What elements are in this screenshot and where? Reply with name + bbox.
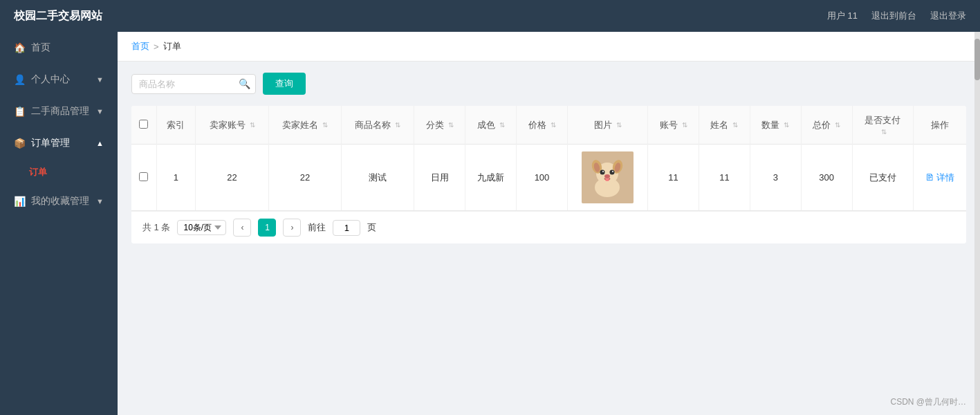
goto-label: 前往 xyxy=(308,221,326,234)
seller-name-sort-icon[interactable]: ⇅ xyxy=(322,121,328,129)
th-image-label: 图片 xyxy=(594,119,612,131)
query-button[interactable]: 查询 xyxy=(263,73,306,95)
right-scrollbar[interactable] xyxy=(974,32,980,415)
th-account-label: 账号 xyxy=(660,119,678,131)
top-nav-actions: 用户 11 退出到前台 退出登录 xyxy=(827,10,966,22)
th-image: 图片 ⇅ xyxy=(567,106,647,145)
account-sort-icon[interactable]: ⇅ xyxy=(682,121,687,129)
user-label: 用户 11 xyxy=(827,10,858,22)
prev-page-button[interactable]: ‹ xyxy=(233,219,251,237)
th-product-name-label: 商品名称 xyxy=(355,119,391,131)
th-action-label: 操作 xyxy=(931,120,949,130)
th-condition: 成色 ⇅ xyxy=(465,106,517,145)
top-navbar: 校园二手交易网站 用户 11 退出到前台 退出登录 xyxy=(0,0,980,32)
table-header-row: 索引 卖家账号 ⇅ 卖家姓名 ⇅ xyxy=(131,106,966,145)
sidebar-subitem-order-list[interactable]: 订单 xyxy=(0,159,118,185)
page-content: 🔍 查询 索引 xyxy=(118,62,980,255)
search-input-wrapper: 🔍 xyxy=(131,74,256,94)
sidebar-orders-label: 订单管理 xyxy=(31,137,70,149)
sidebar-item-goods[interactable]: 📋 二手商品管理 ▼ xyxy=(0,95,118,127)
breadcrumb-current: 订单 xyxy=(163,40,181,53)
search-input[interactable] xyxy=(131,74,256,94)
svg-point-11 xyxy=(604,174,610,178)
row-seller-account: 22 xyxy=(196,145,268,211)
sidebar-favorites-label: 我的收藏管理 xyxy=(31,195,89,208)
goods-icon: 📋 xyxy=(14,106,26,117)
th-quantity-label: 数量 xyxy=(761,119,779,131)
is-paid-sort-icon[interactable]: ⇅ xyxy=(881,128,887,136)
orders-icon: 📦 xyxy=(14,138,26,149)
sidebar-home-label: 首页 xyxy=(31,42,50,54)
row-image-cell xyxy=(567,145,647,211)
search-bar: 🔍 查询 xyxy=(131,73,966,95)
price-sort-icon[interactable]: ⇅ xyxy=(551,121,556,129)
pagination-bar: 共 1 条 10条/页 20条/页 50条/页 ‹ 1 › 前往 页 xyxy=(131,211,966,243)
row-account: 11 xyxy=(648,145,699,211)
svg-point-7 xyxy=(600,170,605,175)
profile-icon: 👤 xyxy=(14,74,26,85)
svg-point-10 xyxy=(612,171,613,172)
total-sort-icon[interactable]: ⇅ xyxy=(835,121,840,129)
th-checkbox xyxy=(131,106,156,145)
svg-point-8 xyxy=(610,170,615,175)
seller-account-sort-icon[interactable]: ⇅ xyxy=(250,121,255,129)
search-icon[interactable]: 🔍 xyxy=(239,78,250,89)
th-category-label: 分类 xyxy=(426,119,444,131)
th-seller-name-label: 卖家姓名 xyxy=(282,119,318,131)
orders-chevron-icon: ▲ xyxy=(96,139,104,147)
order-list-label: 订单 xyxy=(29,167,47,177)
product-image xyxy=(582,151,634,203)
goods-chevron-icon: ▼ xyxy=(96,107,104,116)
row-action-cell: 🖹 详情 xyxy=(913,145,966,211)
next-page-button[interactable]: › xyxy=(283,219,301,237)
th-index-label: 索引 xyxy=(167,120,185,130)
favorites-chevron-icon: ▼ xyxy=(96,197,104,205)
product-name-sort-icon[interactable]: ⇅ xyxy=(395,121,400,129)
home-icon: 🏠 xyxy=(14,42,26,53)
row-category: 日用 xyxy=(414,145,465,211)
scrollbar-thumb[interactable] xyxy=(974,39,980,80)
sidebar-item-orders[interactable]: 📦 订单管理 ▲ xyxy=(0,127,118,159)
select-all-checkbox[interactable] xyxy=(139,120,148,129)
th-is-paid: 是否支付 ⇅ xyxy=(852,106,913,145)
th-name-label: 姓名 xyxy=(710,119,728,131)
back-to-frontend-btn[interactable]: 退出到前台 xyxy=(871,10,916,22)
row-seller-name: 22 xyxy=(268,145,341,211)
dog-illustration xyxy=(582,151,634,203)
category-sort-icon[interactable]: ⇅ xyxy=(448,121,454,129)
row-price: 100 xyxy=(517,145,568,211)
row-index: 1 xyxy=(156,145,196,211)
condition-sort-icon[interactable]: ⇅ xyxy=(499,121,505,129)
svg-point-12 xyxy=(605,178,609,181)
th-seller-name: 卖家姓名 ⇅ xyxy=(268,106,341,145)
row-checkbox[interactable] xyxy=(139,172,148,181)
main-layout: 🏠 首页 👤 个人中心 ▼ 📋 二手商品管理 ▼ 📦 订单管理 ▲ xyxy=(0,32,980,415)
breadcrumb: 首页 > 订单 xyxy=(118,32,980,62)
quantity-sort-icon[interactable]: ⇅ xyxy=(784,121,789,129)
th-seller-account-label: 卖家账号 xyxy=(210,119,246,131)
sidebar-goods-label: 二手商品管理 xyxy=(31,105,89,118)
goto-page-input[interactable] xyxy=(333,220,360,236)
th-name: 姓名 ⇅ xyxy=(699,106,750,145)
detail-link[interactable]: 🖹 详情 xyxy=(921,172,959,184)
image-sort-icon[interactable]: ⇅ xyxy=(616,121,622,129)
sidebar-item-favorites[interactable]: 📊 我的收藏管理 ▼ xyxy=(0,185,118,217)
th-condition-label: 成色 xyxy=(477,119,495,131)
row-quantity: 3 xyxy=(750,145,801,211)
row-condition: 九成新 xyxy=(465,145,517,211)
th-quantity: 数量 ⇅ xyxy=(750,106,801,145)
name-sort-icon[interactable]: ⇅ xyxy=(732,121,738,129)
th-seller-account: 卖家账号 ⇅ xyxy=(196,106,268,145)
watermark: CSDN @曾几何时… xyxy=(890,396,966,408)
page-size-select[interactable]: 10条/页 20条/页 50条/页 xyxy=(177,220,226,235)
page-1-button[interactable]: 1 xyxy=(258,219,276,237)
th-product-name: 商品名称 ⇅ xyxy=(342,106,414,145)
favorites-icon: 📊 xyxy=(14,196,26,207)
row-name: 11 xyxy=(699,145,750,211)
content-area: 首页 > 订单 🔍 查询 xyxy=(118,32,980,415)
row-total: 300 xyxy=(801,145,852,211)
sidebar-item-profile[interactable]: 👤 个人中心 ▼ xyxy=(0,64,118,95)
sidebar-item-home[interactable]: 🏠 首页 xyxy=(0,32,118,64)
breadcrumb-home-link[interactable]: 首页 xyxy=(131,40,149,53)
logout-btn[interactable]: 退出登录 xyxy=(930,10,966,22)
